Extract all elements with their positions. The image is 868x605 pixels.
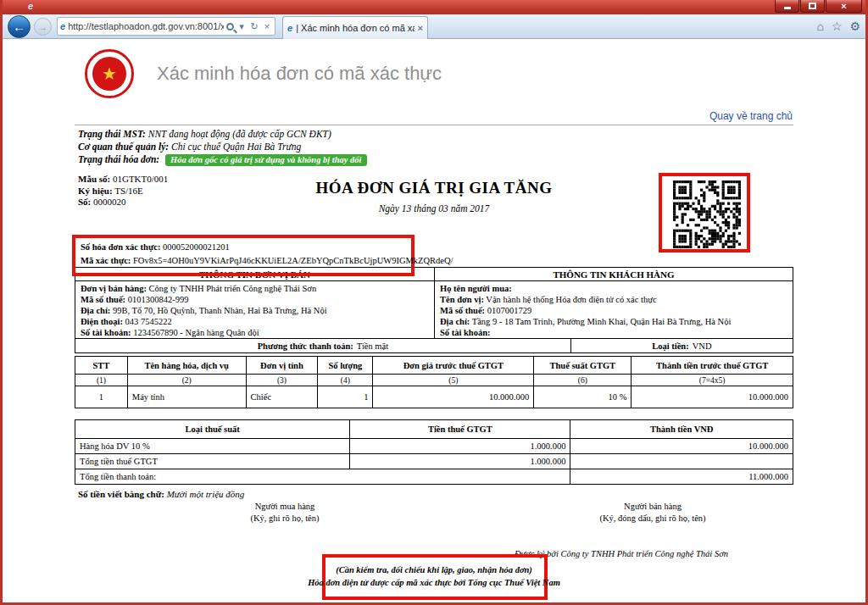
refresh-icon[interactable]: ↻: [249, 21, 259, 32]
divider: [75, 125, 793, 125]
status-agency-value: Chi cục thuế Quận Hai Bà Trưng: [171, 142, 301, 152]
page-title: Xác minh hóa đơn có mã xác thực: [157, 63, 442, 85]
favorites-icon[interactable]: ☆: [832, 19, 843, 33]
settings-icon[interactable]: ⚙: [849, 19, 860, 33]
payment-method: Phương thức thanh toán: Tiền mặt: [75, 339, 570, 352]
seller-row: Số tài khoản: 1234567890 - Ngân hàng Quâ…: [75, 327, 434, 338]
tab-title: | Xác minh hóa đơn có mã xác...: [296, 23, 414, 33]
tax-summary-table: Loại thuế suất Tiền thuế GTGT Thành tiền…: [75, 419, 793, 485]
qr-code: [673, 180, 741, 248]
party-info-table: THÔNG TIN ĐƠN VỊ BÁN Đơn vị bán hàng: Cô…: [75, 267, 793, 339]
status-agency: Cơ quan thuế quản lý: Chi cục thuế Quận …: [78, 142, 301, 152]
seller-header: THÔNG TIN ĐƠN VỊ BÁN: [75, 268, 434, 281]
browser-window: e × ← → e http://testlaphoadon.gdt.gov.v…: [0, 0, 868, 605]
back-button[interactable]: ←: [8, 15, 31, 38]
logo-inner: ★: [92, 57, 126, 91]
tax-total-row: Tổng tiền thanh toán: 11.000.000: [75, 469, 793, 485]
browser-tab[interactable]: e | Xác minh hóa đơn có mã xác... ×: [282, 16, 428, 39]
url-text: http://testlaphoadon.gdt.gov.vn:8001/xr: [68, 21, 224, 31]
tax-row: Hàng hóa DV 10 % 1.000.000 10.000.000: [75, 439, 793, 454]
star-icon: ★: [102, 65, 117, 82]
tab-favicon-icon: e: [287, 23, 292, 33]
auth-number-value: 000052000021201: [163, 242, 230, 252]
items-header-row: STT Tên hàng hóa, dịch vụ Đơn vị tính Số…: [75, 357, 793, 375]
tab-close-icon[interactable]: ×: [418, 23, 423, 33]
forward-arrow-icon: →: [38, 21, 48, 33]
status-agency-label: Cơ quan thuế quản lý:: [78, 142, 169, 152]
page-content: ★ Xác minh hóa đơn có mã xác thực Quay v…: [3, 39, 865, 602]
buyer-row: Họ tên người mua:: [435, 283, 793, 294]
items-colnum-row: (1) (2) (3) (4) (5) (6) (7=4x5): [75, 375, 793, 386]
auth-code-line: Mã xác thực: FOv8x5=4OH0uY9VKiArPqJ46cKK…: [81, 256, 453, 265]
footer-note-2: Hóa đơn điện tử được cấp mã xác thực bởi…: [75, 578, 793, 587]
footer-note-1: (Cần kiểm tra, đối chiếu khi lập, giao, …: [75, 565, 793, 574]
status-invoice: Trạng thái hóa đơn: Hóa đơn gốc có giá t…: [78, 154, 367, 166]
tax-department-logo: ★: [85, 49, 134, 98]
home-page-link[interactable]: Quay về trang chủ: [709, 110, 793, 122]
tax-header-row: Loại thuế suất Tiền thuế GTGT Thành tiền…: [75, 420, 793, 439]
buyer-row: Tên đơn vị: Vận hành hệ thống Hóa đơn đi…: [435, 294, 793, 305]
status-invoice-label: Trạng thái hóa đơn:: [78, 154, 159, 164]
status-badge: Hóa đơn gốc có giá trị sử dụng và không …: [165, 154, 366, 166]
buyer-info: THÔNG TIN KHÁCH HÀNG Họ tên người mua: T…: [434, 268, 793, 338]
status-mst-label: Trạng thái MST:: [78, 129, 146, 139]
seller-row: Mã số thuế: 0101300842-999: [75, 294, 434, 305]
status-mst-value: NNT đang hoạt động (đã được cấp GCN ĐKT): [148, 129, 331, 139]
currency: Loại tiền: VND: [570, 339, 793, 352]
buyer-row: Địa chỉ: Tầng 9 - 18 Tam Trinh, Phường M…: [435, 316, 793, 327]
minimize-icon: [784, 7, 791, 9]
payment-row: Phương thức thanh toán: Tiền mặt Loại ti…: [75, 338, 793, 353]
back-arrow-icon: ←: [13, 19, 25, 34]
close-button[interactable]: ×: [826, 0, 862, 13]
buyer-sign-title: Người mua hàng: [196, 501, 374, 513]
status-mst: Trạng thái MST: NNT đang hoạt động (đã đ…: [78, 129, 331, 139]
amount-in-words: Số tiền viết bằng chữ: Mười một triệu đồ…: [78, 489, 244, 499]
auth-number-label: Số hóa đơn xác thực:: [81, 242, 160, 252]
seller-sign-title: Người bán hàng: [564, 501, 742, 513]
items-table: STT Tên hàng hóa, dịch vụ Đơn vị tính Số…: [75, 356, 793, 408]
titlebar: e ×: [3, 0, 865, 14]
seller-row: Đơn vị bán hàng: Công ty TNHH Phát triển…: [75, 283, 434, 294]
buyer-signature-block: Người mua hàng (Ký, ghi rõ họ, tên): [196, 501, 374, 525]
window-controls: ×: [775, 0, 862, 13]
forward-button[interactable]: →: [34, 18, 52, 36]
auth-code-label: Mã xác thực:: [81, 256, 131, 265]
address-bar[interactable]: e http://testlaphoadon.gdt.gov.vn:8001/x…: [57, 17, 275, 36]
toolbar-right-icons: ⌂ ☆ ⚙: [816, 19, 860, 33]
auth-number-line: Số hóa đơn xác thực: 000052000021201: [81, 242, 230, 252]
site-favicon-icon: e: [60, 21, 65, 31]
items-data-row: 1 Máy tính Chiếc 1 10.000.000 10 % 10.00…: [75, 386, 793, 408]
minimize-button[interactable]: [775, 0, 799, 13]
annotation-box-footer: [322, 554, 548, 600]
browser-toolbar: ← → e http://testlaphoadon.gdt.gov.vn:80…: [3, 14, 865, 39]
buyer-row: Mã số thuế: 0107001729: [435, 305, 793, 316]
buyer-sign-note: (Ký, ghi rõ họ, tên): [196, 513, 374, 525]
auth-code-value: FOv8x5=4OH0uY9VKiArPqJ46cKKUiEL2A/ZEbYQp…: [133, 256, 453, 265]
buyer-header: THÔNG TIN KHÁCH HÀNG: [435, 268, 793, 281]
buyer-row: Số tài khoản:: [435, 327, 793, 338]
maximize-button[interactable]: [800, 0, 825, 13]
digital-signature-text: Được ký bởi Công ty TNHH Phát triển Công…: [477, 549, 765, 558]
tax-row: Tổng tiền thuế GTGT 1.000.000: [75, 454, 793, 469]
seller-row: Địa chỉ: 99B, Tổ 70, Hồ Quỳnh, Thanh Nhà…: [75, 305, 434, 316]
stop-icon[interactable]: ×: [262, 21, 272, 31]
seller-sign-note: (Ký, đóng dấu, ghi rõ họ, tên): [564, 513, 742, 525]
close-icon: ×: [841, 2, 846, 11]
maximize-icon: [809, 3, 816, 9]
search-icon[interactable]: [226, 23, 234, 31]
autocomplete-dropdown-icon[interactable]: ▾: [236, 21, 247, 32]
seller-info: THÔNG TIN ĐƠN VỊ BÁN Đơn vị bán hàng: Cô…: [75, 268, 434, 338]
seller-signature-block: Người bán hàng (Ký, đóng dấu, ghi rõ họ,…: [564, 501, 742, 525]
home-icon[interactable]: ⌂: [816, 19, 823, 33]
seller-row: Điện thoại: 043 7545222: [75, 316, 434, 327]
ie-icon: e: [28, 1, 33, 11]
